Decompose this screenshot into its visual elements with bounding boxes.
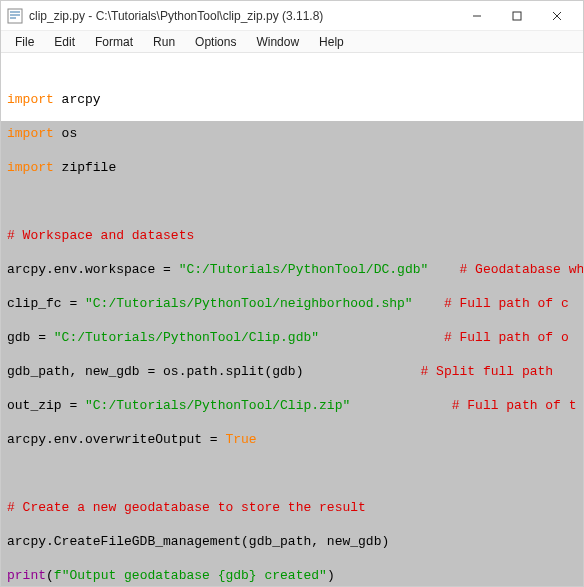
- code-text: zipfile: [54, 160, 116, 175]
- text-selection: [1, 121, 583, 587]
- titlebar: clip_zip.py - C:\Tutorials\PythonTool\cl…: [1, 1, 583, 31]
- space: [413, 296, 444, 311]
- builtin: print: [7, 568, 46, 583]
- code-text: out_zip =: [7, 398, 85, 413]
- space: [350, 398, 451, 413]
- code-text: os: [54, 126, 77, 141]
- code-text: (: [46, 568, 54, 583]
- keyword: import: [7, 160, 54, 175]
- code-text: arcpy.env.overwriteOutput =: [7, 432, 225, 447]
- menu-window[interactable]: Window: [246, 33, 309, 51]
- menu-options[interactable]: Options: [185, 33, 246, 51]
- minimize-button[interactable]: [457, 2, 497, 30]
- keyword: True: [225, 432, 256, 447]
- comment: # Split full path: [420, 364, 560, 379]
- menu-help[interactable]: Help: [309, 33, 354, 51]
- code-text: arcpy: [54, 92, 101, 107]
- space: [428, 262, 459, 277]
- code-text: gdb =: [7, 330, 54, 345]
- app-icon: [7, 8, 23, 24]
- string: "C:/Tutorials/PythonTool/neighborhood.sh…: [85, 296, 413, 311]
- window-controls: [457, 2, 577, 30]
- comment: # Geodatabase wh: [460, 262, 584, 277]
- code-text: gdb_path, new_gdb = os.path.split(gdb): [7, 364, 303, 379]
- keyword: import: [7, 92, 54, 107]
- maximize-button[interactable]: [497, 2, 537, 30]
- space: [303, 364, 420, 379]
- comment: # Full path of c: [444, 296, 569, 311]
- code-text: ): [327, 568, 335, 583]
- keyword: import: [7, 126, 54, 141]
- string: "C:/Tutorials/PythonTool/Clip.gdb": [54, 330, 319, 345]
- comment: # Create a new geodatabase to store the …: [7, 500, 366, 515]
- svg-rect-2: [513, 12, 521, 20]
- svg-rect-0: [8, 9, 22, 23]
- menu-format[interactable]: Format: [85, 33, 143, 51]
- comment: # Full path of o: [444, 330, 569, 345]
- menu-edit[interactable]: Edit: [44, 33, 85, 51]
- comment: # Full path of t: [452, 398, 577, 413]
- string: f"Output geodatabase {gdb} created": [54, 568, 327, 583]
- menu-run[interactable]: Run: [143, 33, 185, 51]
- string: "C:/Tutorials/PythonTool/DC.gdb": [179, 262, 429, 277]
- code-editor[interactable]: import arcpy import os import zipfile # …: [1, 53, 583, 587]
- menubar: File Edit Format Run Options Window Help: [1, 31, 583, 53]
- code-text: arcpy.CreateFileGDB_management(gdb_path,…: [7, 534, 389, 549]
- string: "C:/Tutorials/PythonTool/Clip.zip": [85, 398, 350, 413]
- code-text: clip_fc =: [7, 296, 85, 311]
- window-title: clip_zip.py - C:\Tutorials\PythonTool\cl…: [29, 9, 457, 23]
- close-button[interactable]: [537, 2, 577, 30]
- space: [319, 330, 444, 345]
- comment: # Workspace and datasets: [7, 228, 194, 243]
- menu-file[interactable]: File: [5, 33, 44, 51]
- code-text: arcpy.env.workspace =: [7, 262, 179, 277]
